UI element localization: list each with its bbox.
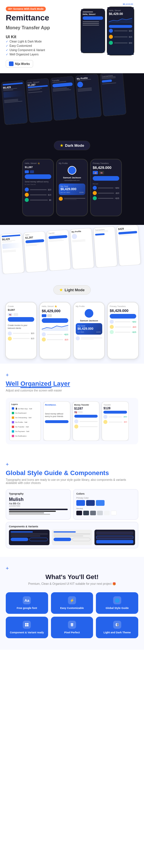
dm-home-list-3: $8 <box>25 198 51 202</box>
feature-icon-1: Aa <box>23 596 31 604</box>
features-title: What's You'll Get! <box>6 573 138 581</box>
layer-item-3: Da Onboarding - Sell <box>11 416 39 420</box>
style-guide-section: + Global Style Guide & Components Typogr… <box>0 453 144 557</box>
dm-transfer-list-3: +$35 <box>93 196 119 200</box>
feature-icon-4 <box>23 621 31 629</box>
dm-home-list-2: $15 <box>25 193 51 197</box>
mini-chart-svg <box>109 17 132 24</box>
dm-card-amount: $6,429.000 <box>61 187 83 191</box>
collage-phone-4: My Profile <box>75 74 102 119</box>
brand-text: Remittance. <box>45 404 69 406</box>
comp-btn-row <box>11 538 48 541</box>
hero-phone-1-screen: Hello, Simon! <box>81 9 104 53</box>
color-primary <box>76 500 85 506</box>
comp-btn-outline-light <box>72 538 91 541</box>
feature-card-4: Component & Variant ready <box>6 617 48 638</box>
lm-invoice-text: Create invoice to your beloved clients <box>8 324 34 330</box>
org-phone3-list-1: +$50 <box>103 415 127 419</box>
layer-item-4: Da Profile - Sell <box>11 421 39 424</box>
features-grid: Aa Free google font ⚡ Easy Customizable … <box>6 592 138 638</box>
feature-card-1: Aa Free google font <box>6 592 48 614</box>
layer-item-7: Da Notification <box>11 434 39 438</box>
dm-phone-header-2: My Profile <box>59 162 85 164</box>
comp-btn-row-light <box>53 538 91 541</box>
comp-btn-primary <box>11 538 28 541</box>
typo-small: 1234567890 <box>9 505 68 507</box>
features-section: + What's You'll Get! Premium, Clean & Or… <box>0 557 144 650</box>
dm-phone-header-3: Primary Transfers <box>93 162 119 164</box>
dm-profile-card: My Card $6,429.000 •••• •••• 4521 12/26 <box>59 184 85 195</box>
collage-phone-5: Transactions <box>100 73 126 117</box>
org-list-1 <box>74 420 98 423</box>
dark-collage-section: $6,429 Hello, Simon! $1,287 Transfer My … <box>0 73 144 136</box>
dm-phone-name-1: $1,287 <box>25 166 51 168</box>
organized-title: Well Organized Layer <box>6 380 138 388</box>
lm-phone-invoice: Create $1287 🇺🇸 Create invoice to your b… <box>5 302 37 359</box>
organized-section: + Well Organized Layer Adjust and custom… <box>0 364 144 453</box>
lm-header-1: Create <box>8 305 34 307</box>
typo-big: Mulish <box>9 497 68 502</box>
layer-item-1: 📱 Da Main App - Sell <box>11 407 39 410</box>
dm-home-list-1: $20 <box>25 188 51 192</box>
typography-card: Typography Mulish Aa Bb Cc 1234567890 <box>6 489 71 520</box>
dm-list-1: $20 <box>109 29 132 33</box>
org-flag: 🇺🇸 <box>74 411 77 413</box>
org-send-text: Send money without worry to your friends <box>45 412 69 417</box>
dm-card-label: My Card <box>61 185 83 187</box>
lm-home-list-2: -$15 <box>42 338 68 342</box>
hero-phone-amount: $6,429.00 <box>109 12 123 16</box>
organized-subtitle: Adjust and customize the screen with eas… <box>6 389 138 392</box>
component-dark <box>9 530 50 545</box>
author-logo <box>9 61 14 66</box>
plus-decor-2: + <box>6 462 138 468</box>
layer-item-6: Da Payment - Sell <box>11 430 39 433</box>
dm-list-2: $15 <box>109 35 132 39</box>
lm-home-list-1: +$20 <box>42 332 68 336</box>
collage-phone-2: Hello, Simon! $1,287 <box>26 78 52 123</box>
lm-list-2: $15 <box>8 337 34 341</box>
collage-grid: $6,429 Hello, Simon! $1,287 Transfer My … <box>0 73 144 126</box>
org-greeting: Money Transfer <box>74 404 98 406</box>
color-row-neutral <box>76 511 135 515</box>
lm-transfer-list-3: +$35 <box>110 330 136 334</box>
components-card: Components & Variants <box>6 522 138 548</box>
dm-phone-profile: My Profile Samuel Jackson samuel@email.c… <box>56 159 88 216</box>
feature-label-5: Pixel Perfect <box>53 631 91 634</box>
dm-list-3: $30 <box>109 41 132 45</box>
components-title: Components & Variants <box>9 525 135 528</box>
style-guide-subtitle: Typography and Icons are ready to use on… <box>6 478 138 485</box>
dm-transfer-list-1: +$50 <box>93 186 119 190</box>
svg-rect-2 <box>25 625 26 626</box>
light-mode-phones-section: Create $1287 🇺🇸 Create invoice to your b… <box>0 298 144 364</box>
dark-mode-label-section: ★ Dark Mode <box>0 136 144 155</box>
lc-phone-4: My Profile <box>70 228 94 270</box>
colors-card: Colors Primary Color Neutral <box>73 489 138 520</box>
light-mode-label-section: ★ Light Mode <box>0 282 144 298</box>
input-sample-2 <box>96 536 133 539</box>
lm-header-3: My Profile <box>76 305 102 307</box>
lm-transfer-amount: $6,429.000 <box>110 308 136 313</box>
lc-phone-1: $6,429 <box>0 232 24 274</box>
features-subtitle: Premium, Clean & Organized UI KIT suitab… <box>6 582 138 585</box>
input-sample-1 <box>96 531 133 535</box>
phone-label-2: $6,419.00 <box>107 3 134 5</box>
dm-profile-list-1 <box>59 197 85 201</box>
style-guide-title: Global Style Guide & Components <box>6 469 138 477</box>
org-phone-1: Remittance. Send money without worry to … <box>43 401 70 441</box>
dm-phone-amount-3: $6,429.000 <box>93 165 119 170</box>
feature-icon-6 <box>113 621 121 629</box>
style-grid: Typography Mulish Aa Bb Cc 1234567890 Co… <box>6 489 138 548</box>
feature-icon-3: 🌐 <box>113 596 121 604</box>
feature-card-6: Light and Dark Theme <box>96 617 138 638</box>
light-phones-grid: Create $1287 🇺🇸 Create invoice to your b… <box>3 302 141 359</box>
hero-phone-2: Hello, Simon! $6,429.00 <box>107 7 134 56</box>
collage-phone-3: Transfer <box>50 76 77 121</box>
hero-section: 40+ Screens With Dark Mode Remittance Mo… <box>0 0 144 73</box>
dm-transfer-list-2: -$20 <box>93 191 119 195</box>
lm-profile-list <box>76 336 102 340</box>
typo-medium: Aa Bb Cc <box>9 502 68 505</box>
hero-phone-balance-1: Hello, Simon! <box>83 13 103 15</box>
lc-phone-5: Transactions <box>93 226 118 268</box>
feature-card-2: ⚡ Easy Customizable <box>51 592 93 614</box>
feature-card-3: 🌐 Global Style Guide <box>96 592 138 614</box>
